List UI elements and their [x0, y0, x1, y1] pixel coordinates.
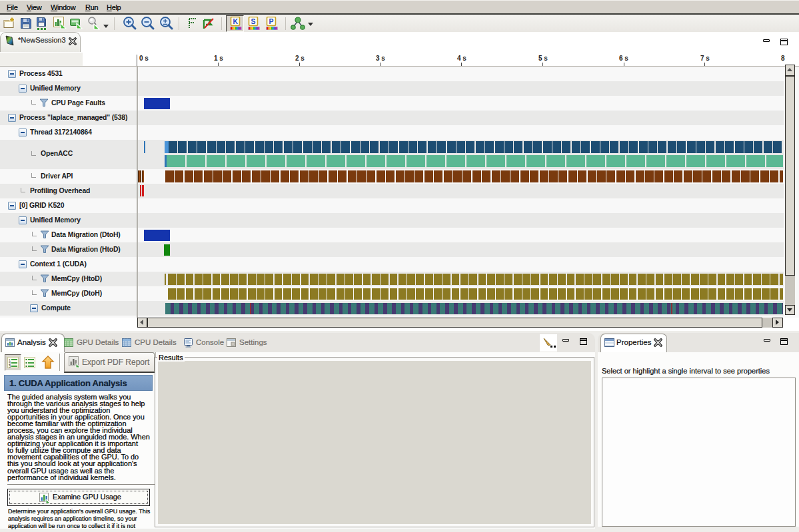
svg-text:K: K — [233, 17, 239, 25]
svg-text:P: P — [269, 17, 274, 25]
svg-text:3: 3 — [9, 364, 11, 368]
svg-text:S: S — [251, 17, 256, 25]
